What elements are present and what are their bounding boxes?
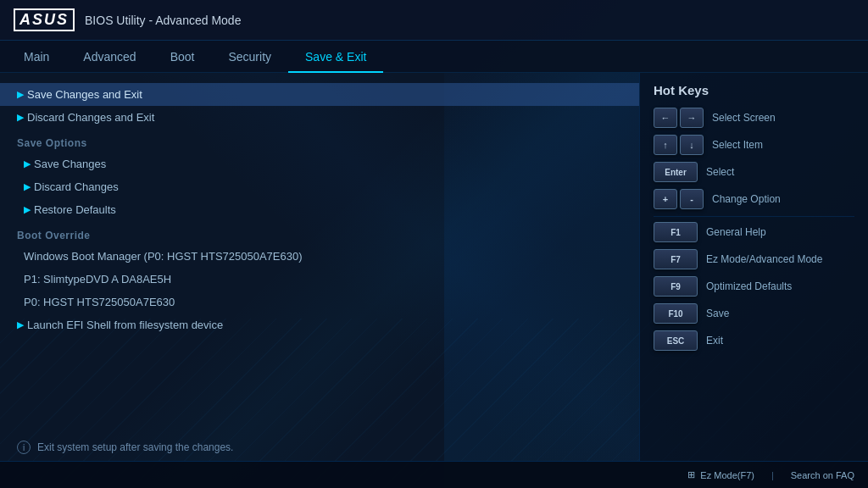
hotkey-label-select-screen: Select Screen	[712, 112, 776, 124]
hotkey-label-select-item: Select Item	[712, 139, 763, 151]
boot-override-label: Boot Override	[0, 221, 639, 245]
key-esc: ESC	[654, 330, 698, 351]
left-panel: ▶ Save Changes and Exit ▶ Discard Change…	[0, 73, 639, 461]
hotkey-general-help: F1 General Help	[654, 222, 854, 242]
key-group-f7: F7	[654, 249, 698, 269]
key-group-plus-minus: + -	[654, 189, 704, 209]
hot-keys-panel: Hot Keys ← → Select Screen ↑ ↓ Select It…	[639, 73, 868, 461]
hotkey-ez-mode: F7 Ez Mode/Advanced Mode	[654, 249, 854, 269]
hotkey-label-change-option: Change Option	[712, 193, 781, 205]
menu-item-windows-boot[interactable]: Windows Boot Manager (P0: HGST HTS725050…	[0, 245, 639, 268]
menu-item-discard-changes-exit[interactable]: ▶ Discard Changes and Exit	[0, 106, 639, 129]
key-group-arrows-lr: ← →	[654, 108, 704, 128]
status-ez-mode[interactable]: ⊞ Ez Mode(F7)	[687, 469, 754, 480]
menu-item-restore-defaults[interactable]: ▶ Restore Defaults	[0, 198, 639, 221]
key-group-arrows-ud: ↑ ↓	[654, 135, 704, 155]
status-search[interactable]: Search on FAQ	[791, 470, 854, 480]
status-separator: |	[771, 470, 774, 480]
tab-boot[interactable]: Boot	[153, 42, 212, 73]
hotkey-label-optimized-defaults: Optimized Defaults	[706, 280, 792, 292]
arrow-icon: ▶	[17, 112, 24, 123]
save-options-label: Save Options	[0, 129, 639, 152]
menu-item-save-changes-exit[interactable]: ▶ Save Changes and Exit	[0, 83, 639, 106]
ez-mode-label: Ez Mode(F7)	[700, 470, 754, 480]
hotkey-label-general-help: General Help	[706, 226, 766, 238]
menu-item-discard-changes[interactable]: ▶ Discard Changes	[0, 175, 639, 198]
key-right: →	[680, 108, 704, 128]
key-group-f1: F1	[654, 222, 698, 242]
info-bar: i Exit system setup after saving the cha…	[0, 434, 639, 461]
key-group-f9: F9	[654, 276, 698, 297]
info-text: Exit system setup after saving the chang…	[37, 441, 233, 453]
menu-item-launch-efi[interactable]: ▶ Launch EFI Shell from filesystem devic…	[0, 313, 639, 336]
key-f9: F9	[654, 276, 698, 297]
menu-item-save-changes[interactable]: ▶ Save Changes	[0, 152, 639, 175]
key-up: ↑	[654, 135, 677, 155]
hotkey-change-option: + - Change Option	[654, 189, 854, 209]
menu-item-p1-slimtype[interactable]: P1: SlimtypeDVD A DA8AE5H	[0, 268, 639, 291]
asus-logo-text: ASUS	[14, 8, 75, 31]
hotkey-select-item: ↑ ↓ Select Item	[654, 135, 854, 155]
info-icon: i	[17, 441, 31, 454]
hotkey-label-exit: Exit	[706, 335, 723, 347]
key-group-enter: Enter	[654, 162, 698, 182]
hotkey-separator	[654, 216, 854, 217]
hotkey-optimized-defaults: F9 Optimized Defaults	[654, 276, 854, 297]
hotkey-label-save: Save	[706, 308, 729, 319]
status-bar: ⊞ Ez Mode(F7) | Search on FAQ	[0, 461, 868, 488]
key-plus: +	[654, 189, 677, 209]
tab-advanced[interactable]: Advanced	[66, 42, 153, 73]
main-content: ▶ Save Changes and Exit ▶ Discard Change…	[0, 73, 868, 461]
key-f1: F1	[654, 222, 698, 242]
key-group-esc: ESC	[654, 330, 698, 351]
hotkey-select: Enter Select	[654, 162, 854, 182]
menu-item-p0-hgst[interactable]: P0: HGST HTS725050A7E630	[0, 291, 639, 313]
search-label: Search on FAQ	[791, 470, 854, 480]
hotkey-save: F10 Save	[654, 303, 854, 324]
key-f10: F10	[654, 303, 698, 324]
arrow-icon: ▶	[24, 181, 31, 192]
ez-mode-icon: ⊞	[687, 469, 695, 480]
arrow-icon: ▶	[17, 89, 24, 100]
arrow-icon: ▶	[24, 158, 31, 169]
hotkey-exit: ESC Exit	[654, 330, 854, 351]
tab-security[interactable]: Security	[211, 42, 288, 73]
tab-save-exit[interactable]: Save & Exit	[288, 42, 383, 73]
key-minus: -	[680, 189, 704, 209]
arrow-icon: ▶	[24, 204, 31, 215]
asus-logo: ASUS	[14, 8, 75, 31]
key-enter: Enter	[654, 162, 698, 182]
hotkey-label-select: Select	[706, 166, 734, 178]
tab-main[interactable]: Main	[7, 42, 66, 73]
hotkey-select-screen: ← → Select Screen	[654, 108, 854, 128]
arrow-icon: ▶	[17, 319, 24, 330]
hot-keys-title: Hot Keys	[654, 83, 854, 97]
key-f7: F7	[654, 249, 698, 269]
header: ASUS BIOS Utility - Advanced Mode	[0, 0, 868, 41]
nav-bar: Main Advanced Boot Security Save & Exit	[0, 41, 868, 73]
key-left: ←	[654, 108, 677, 128]
hotkey-label-ez-mode: Ez Mode/Advanced Mode	[706, 253, 822, 265]
app-title: BIOS Utility - Advanced Mode	[85, 14, 241, 27]
key-group-f10: F10	[654, 303, 698, 324]
key-down: ↓	[680, 135, 704, 155]
